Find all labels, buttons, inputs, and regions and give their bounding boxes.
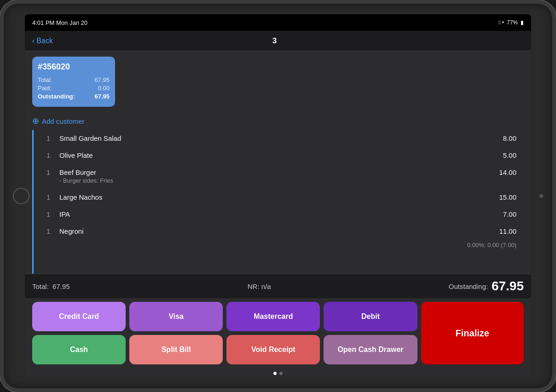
item-qty: 1 [46,210,54,218]
card-outstanding-label: Outstanding: [38,93,75,100]
back-label: Back [36,37,53,45]
card-total-value: 67.95 [94,76,110,83]
debit-button[interactable]: Debit [324,302,417,331]
outstanding-label: Outstanding: [449,282,488,290]
nav-bar: ‹ Back 3 [25,31,531,51]
nav-title: 3 [272,36,277,46]
discount-text: 0.00%: 0.00 (7.00) [467,242,516,248]
card-paid-row: Paid: 0.00 [38,85,110,92]
battery-icon: ▮ [521,19,524,26]
card-total-label: Total: [38,76,52,83]
status-bar: 4:01 PM Mon Jan 20  • 77% ▮ [25,14,531,31]
item-name: Large Nachos [59,193,499,201]
back-chevron: ‹ [32,37,35,45]
credit-card-button[interactable]: Credit Card [32,302,126,331]
item-name: Beef Burger [59,168,499,176]
order-number: #356020 [38,62,110,72]
dot-1 [273,372,277,375]
table-row: 1 IPA 7.00 [41,206,516,223]
side-button [539,194,543,198]
item-price: 5.00 [503,151,516,159]
status-icons:  • 77% ▮ [498,19,524,26]
total-bar: Total: 67.95 NR: n/a Outstanding: 67.95 [25,274,531,298]
item-price: 15.00 [499,193,516,201]
mastercard-button[interactable]: Mastercard [226,302,320,331]
item-name: Olive Plate [59,151,503,159]
item-qty: 1 [46,227,54,235]
nr-label: NR: n/a [248,282,271,290]
main-content: #356020 Total: 67.95 Paid: 0.00 Outstand… [25,51,531,378]
visa-button[interactable]: Visa [129,302,223,331]
item-qty: 1 [46,168,54,176]
table-row: 1 Large Nachos 15.00 [41,189,516,206]
add-customer-label: Add customer [42,117,85,125]
add-customer-row: ⊕ Add customer [25,112,531,130]
table-row: 1 Small Garden Salad 8.00 [41,130,516,147]
split-bill-button[interactable]: Split Bill [129,335,223,364]
outstanding-total: Outstanding: 67.95 [449,279,524,294]
item-qty: 1 [46,151,54,159]
cash-button[interactable]: Cash [32,335,126,364]
card-paid-value: 0.00 [98,85,110,92]
back-button[interactable]: ‹ Back [32,37,53,45]
open-cash-drawer-button[interactable]: Open Cash Drawer [324,335,417,364]
item-modifier: - Burger sides: Fries [59,177,499,184]
item-price: 14.00 [499,168,516,176]
add-customer-icon: ⊕ [32,116,39,126]
page-dots [25,370,531,378]
card-outstanding-row: Outstanding: 67.95 [38,93,110,100]
table-row: 1 Negroni 11.00 [41,223,516,240]
total-label: Total: 67.95 [32,282,70,290]
table-row: 1 Olive Plate 5.00 [41,147,516,164]
item-qty: 1 [46,134,54,142]
add-customer-button[interactable]: ⊕ Add customer [32,116,85,126]
card-outstanding-value: 67.95 [94,93,110,100]
table-row: 1 Beef Burger - Burger sides: Fries 14.0… [41,164,516,189]
ipad-frame: 4:01 PM Mon Jan 20  • 77% ▮ ‹ Back 3 #3… [0,0,556,392]
item-name: Negroni [59,227,499,235]
home-button[interactable] [13,188,29,204]
finalize-button[interactable]: Finalize [421,302,524,364]
card-paid-label: Paid: [38,85,52,92]
outstanding-amount: 67.95 [492,279,524,294]
item-qty: 1 [46,193,54,201]
item-price: 11.00 [499,227,516,235]
wifi-icon:  • [498,19,504,26]
battery-text: 77% [507,19,518,26]
cards-area: #356020 Total: 67.95 Paid: 0.00 Outstand… [25,51,531,112]
void-receipt-button[interactable]: Void Receipt [226,335,320,364]
payment-grid: Credit Card Visa Mastercard Debit Finali… [25,298,531,370]
card-total-row: Total: 67.95 [38,76,110,83]
ipad-screen: 4:01 PM Mon Jan 20  • 77% ▮ ‹ Back 3 #3… [25,14,531,378]
order-card[interactable]: #356020 Total: 67.95 Paid: 0.00 Outstand… [32,57,115,107]
item-price: 7.00 [503,210,516,218]
dot-2 [279,372,283,375]
item-name: Small Garden Salad [59,134,503,142]
item-price: 8.00 [503,134,516,142]
status-time: 4:01 PM Mon Jan 20 [32,19,87,26]
order-items-list: 1 Small Garden Salad 8.00 1 Olive Plate … [34,130,524,274]
item-name: IPA [59,210,503,218]
discount-row: 0.00%: 0.00 (7.00) [41,240,516,252]
